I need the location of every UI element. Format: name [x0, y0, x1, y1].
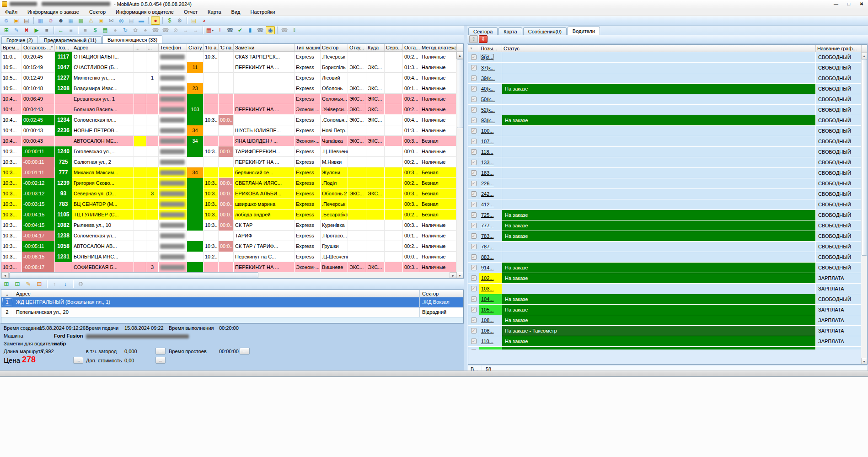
order-row[interactable]: 10:4...00:00:432236НОВЫЕ ПЕТРОВ...34ШУСТ… — [1, 125, 463, 136]
scroll-right-icon[interactable]: ► — [450, 272, 457, 278]
scroll-left-icon[interactable]: ◄ — [1, 272, 9, 278]
checkbox-icon[interactable]: ✓ — [471, 170, 477, 176]
checkbox-icon[interactable]: ✓ — [471, 296, 477, 302]
phone-blue-icon[interactable]: ▮ — [246, 26, 255, 34]
route-row[interactable]: 2Попельнянская ул., 20Відрадний — [1, 307, 463, 317]
checkbox-icon[interactable]: ✓ — [471, 75, 477, 81]
checkbox-icon[interactable]: ✓ — [471, 233, 477, 239]
orders-col-header[interactable]: Адрес — [72, 44, 134, 51]
driver-row[interactable]: ✓102...На заказеЗАРПЛАТА — [468, 273, 867, 284]
orders-horizontal-scrollbar[interactable]: ◄ ► — [1, 272, 457, 278]
menu-item-информация-о-водителе[interactable]: Информация о водителе — [111, 8, 179, 16]
driver-row[interactable]: ✓242...СВОБОДНЫЙ — [468, 189, 867, 199]
thumbs-up-gray-icon[interactable]: ⇧ — [469, 35, 478, 43]
grid-colors-icon[interactable]: ▦▾ — [205, 26, 214, 34]
remove-address-icon[interactable]: ⊟ — [34, 280, 44, 289]
thumbs-down-red-icon[interactable]: ⇩ — [479, 35, 488, 43]
driver-checkbox[interactable]: ✓ — [468, 336, 479, 346]
driver-position-link[interactable]: 105... — [481, 307, 494, 312]
driver-row[interactable]: ✓107...СВОБОДНЫЙ — [468, 136, 867, 147]
menu-item-вид[interactable]: Вид — [226, 8, 246, 16]
idle-more-button[interactable]: ... — [240, 348, 250, 355]
orders-col-header[interactable]: Поз... — [55, 44, 72, 51]
driver-position-link[interactable]: 108... — [481, 328, 494, 333]
notes-icon[interactable]: ▤ — [189, 16, 198, 25]
driver-position-link[interactable]: 914... — [481, 265, 494, 270]
driver-row[interactable]: ✓110...На заказеЗАРПЛАТА — [468, 336, 867, 347]
scroll-up-icon[interactable]: ▲ — [456, 52, 463, 59]
order-row[interactable]: 10:4...00:00:43АВТОСАЛОН МЕ...34ЯНА ШОЛД… — [1, 136, 463, 146]
driver-checkbox[interactable]: ✓ — [468, 305, 479, 315]
dollar-icon[interactable]: $ — [165, 16, 174, 25]
driver-row[interactable]: ✓783...На заказеСВОБОДНЫЙ — [468, 231, 867, 242]
checkbox-icon[interactable]: ✓ — [471, 254, 477, 260]
thumbs-up-icon[interactable]: ⇧ — [290, 26, 299, 34]
driver-checkbox[interactable]: ✓ — [468, 52, 479, 62]
driver-checkbox[interactable]: ✓ — [468, 115, 479, 125]
minimize-button[interactable]: — — [830, 0, 842, 8]
order-row[interactable]: 10:3...-00:02:121239Григория Сково...10:… — [1, 178, 463, 188]
checkbox-icon[interactable]: ✓ — [471, 128, 477, 134]
checkbox-icon[interactable]: ✓ — [471, 244, 477, 249]
order-row[interactable]: 10:3...-00:08:17СОФИЕВСКАЯ Б...3ПЕРЕКИНУ… — [1, 262, 463, 273]
orders-col-header[interactable]: 'С па... — [219, 44, 234, 51]
refresh-icon[interactable]: ↻ — [121, 26, 130, 34]
order-row[interactable]: 10:3...-00:04:151082Рылеева ул., 1010:3.… — [1, 220, 463, 231]
db-add-icon[interactable]: ⊞ — [2, 26, 11, 34]
driver-checkbox[interactable]: ✓ — [468, 189, 479, 199]
driver-position-link[interactable]: 787... — [481, 244, 494, 249]
menu-item-карта[interactable]: Карта — [203, 8, 226, 16]
driver-row[interactable]: ✓103...ЗАРПЛАТА — [468, 284, 867, 294]
driver-row[interactable]: ✓118...СВОБОДНЫЙ — [468, 147, 867, 157]
fax-icon[interactable]: ☎ — [225, 26, 235, 34]
edit-address-icon[interactable]: ✎ — [23, 280, 33, 289]
taxi-icon[interactable]: ▣ — [12, 16, 21, 25]
order-row[interactable]: 10:5...00:15:491047СЧАСТЛИВОЕ (Б...11ПЕР… — [1, 62, 463, 73]
driver-row[interactable]: ✓105...На заказеЗАРПЛАТА — [468, 305, 867, 315]
checkbox-icon[interactable]: ✓ — [471, 139, 477, 144]
scroll-thumb[interactable] — [457, 59, 463, 128]
menu-item-сектор[interactable]: Сектор — [84, 8, 111, 16]
order-row[interactable]: 10:4...00:04:43Большая Василь...103ПЕРЕК… — [1, 104, 463, 115]
report-icon[interactable]: ▥ — [36, 16, 45, 25]
orders-col-header[interactable]: Заметки — [234, 44, 295, 51]
orders-col-header[interactable]: Тип машины — [295, 44, 321, 51]
sort-desc-icon[interactable]: ▼ — [50, 45, 54, 48]
checkbox-icon[interactable]: ✓ — [471, 328, 477, 333]
route-col-sector[interactable]: Сектор — [419, 290, 463, 297]
checkbox-icon[interactable]: ✓ — [471, 339, 477, 344]
driver-row[interactable]: ✓100...СВОБОДНЫЙ — [468, 126, 867, 136]
puzzle-icon[interactable]: ▩ — [76, 16, 86, 25]
mail-icon[interactable]: ✉ — [107, 16, 116, 25]
menu-item-настройки[interactable]: Настройки — [245, 8, 280, 16]
checkbox-icon[interactable]: ✓ — [471, 160, 477, 165]
orders-col-header[interactable]: Осталось ...▼ — [22, 44, 55, 51]
hscroll-thumb[interactable] — [9, 272, 258, 278]
driver-row[interactable]: ✓725...На заказеСВОБОДНЫЙ — [468, 210, 867, 220]
doc-green-icon[interactable]: ▤ — [101, 26, 110, 34]
drivers-filter-header[interactable]: ▼ — [468, 45, 479, 52]
driver-checkbox[interactable]: ✓ — [468, 84, 479, 94]
driver-checkbox[interactable]: ✓ — [468, 326, 479, 336]
order-row[interactable]: 10:3...-00:03:15783БЦ СЕНАТОР (М...10:3.… — [1, 199, 463, 210]
pie-chart-icon[interactable]: ◕ — [199, 16, 209, 25]
checkbox-icon[interactable]: ✓ — [471, 86, 477, 91]
suburb-more-button[interactable]: ... — [155, 348, 166, 355]
db-stack-icon[interactable]: ≡ — [66, 26, 75, 34]
driver-row[interactable]: ✓787...СВОБОДНЫЙ — [468, 242, 867, 252]
orders-col-header[interactable]: Метод платежа — [420, 44, 457, 51]
driver-position-link[interactable]: 102... — [481, 275, 494, 281]
check-icon[interactable]: ✔ — [236, 26, 245, 34]
insert-address-icon[interactable]: ⊡ — [12, 280, 22, 289]
drivers-scroll-thumb[interactable] — [862, 59, 867, 256]
driver-row[interactable]: ✓133...СВОБОДНЫЙ — [468, 157, 867, 168]
tab-Горячие (2)[interactable]: Горячие (2) — [1, 36, 38, 43]
driver-row[interactable]: ✓183...СВОБОДНЫЙ — [468, 168, 867, 178]
checkbox-icon[interactable]: ✓ — [471, 265, 477, 270]
driver-position-link[interactable]: 242... — [481, 191, 494, 197]
order-row[interactable]: 10:3...-00:01:11777Михаила Максим...34бе… — [1, 167, 463, 178]
driver-row[interactable]: ✓9(к/...СВОБОДНЫЙ — [468, 52, 867, 63]
driver-position-link[interactable]: 183... — [481, 170, 494, 176]
driver-position-link[interactable]: 103... — [481, 286, 494, 291]
phone-circle-icon[interactable]: ☎ — [256, 26, 265, 34]
